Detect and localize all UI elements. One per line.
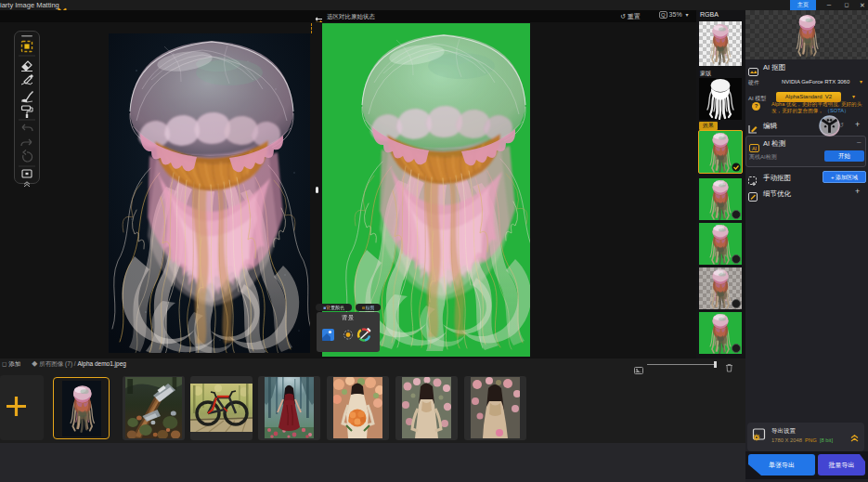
- svg-text:纯色: 纯色: [716, 179, 725, 185]
- svg-text:透明: 透明: [716, 268, 725, 274]
- svg-text:图片: 图片: [716, 224, 725, 230]
- svg-text:模糊: 模糊: [716, 313, 725, 319]
- svg-text:AI: AI: [752, 146, 758, 151]
